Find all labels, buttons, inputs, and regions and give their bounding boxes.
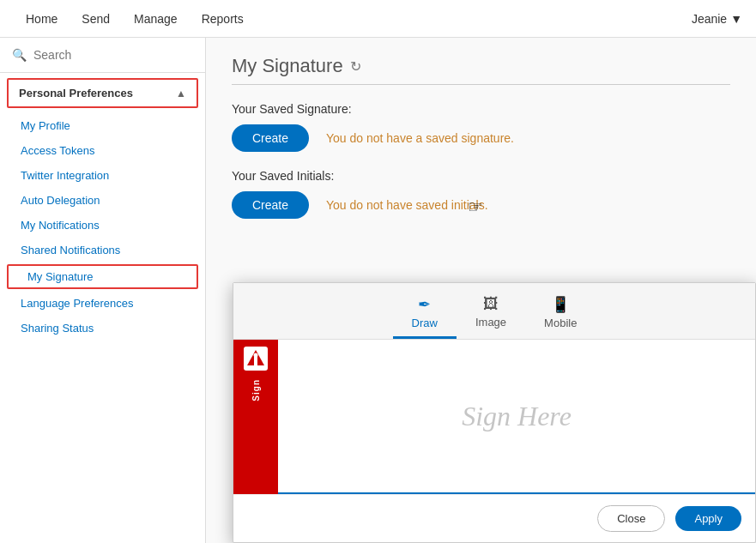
- page-title: My Signature ↻: [232, 55, 730, 77]
- nav-send[interactable]: Send: [70, 0, 122, 38]
- no-initials-text: You do not have saved initials.: [326, 198, 488, 212]
- sidebar-item-my-signature[interactable]: My Signature: [7, 264, 198, 289]
- nav-manage[interactable]: Manage: [122, 0, 190, 38]
- search-icon: 🔍: [12, 48, 27, 62]
- sidebar-item-my-profile[interactable]: My Profile: [0, 113, 205, 138]
- search-input[interactable]: [33, 48, 193, 62]
- user-name: Jeanie: [692, 12, 727, 26]
- sign-banner: Sign: [233, 340, 278, 494]
- banner-arrow-icon: [233, 456, 278, 475]
- tab-draw[interactable]: ✒ Draw: [393, 290, 457, 339]
- apply-button[interactable]: Apply: [675, 506, 741, 531]
- sidebar-item-access-tokens[interactable]: Access Tokens: [0, 138, 205, 163]
- tab-mobile[interactable]: 📱 Mobile: [525, 290, 596, 339]
- saved-signature-label: Your Saved Signature:: [232, 102, 730, 116]
- saved-initials-label: Your Saved Initials:: [232, 169, 730, 183]
- tab-mobile-label: Mobile: [544, 317, 577, 329]
- no-signature-text: You do not have a saved signature.: [326, 131, 514, 145]
- draw-icon: ✒: [418, 295, 431, 314]
- dialog-tabs: ✒ Draw 🖼 Image 📱 Mobile: [233, 283, 755, 340]
- sidebar-item-language-preferences[interactable]: Language Preferences: [0, 291, 205, 316]
- sidebar-item-twitter[interactable]: Twitter Integration: [0, 163, 205, 188]
- content-area: My Signature ↻ Your Saved Signature: Cre…: [206, 38, 756, 543]
- tab-image-label: Image: [475, 316, 506, 329]
- main-layout: 🔍 Personal Preferences ▲ My Profile Acce…: [0, 38, 756, 543]
- acrobat-logo-icon: [244, 347, 268, 376]
- user-chevron-icon: ▼: [730, 12, 742, 26]
- sidebar-item-my-notifications[interactable]: My Notifications: [0, 213, 205, 238]
- sign-area[interactable]: Sign Here: [278, 340, 755, 494]
- dialog-footer: Close Apply: [233, 494, 755, 542]
- mobile-icon: 📱: [551, 295, 570, 314]
- sidebar-item-auto-delegation[interactable]: Auto Delegation: [0, 188, 205, 213]
- sign-banner-text: Sign: [251, 379, 261, 401]
- svg-point-2: [254, 353, 258, 358]
- create-signature-button[interactable]: Create: [232, 124, 309, 152]
- create-initials-button[interactable]: Create: [232, 191, 309, 219]
- tab-draw-label: Draw: [412, 317, 438, 329]
- top-nav: Home Send Manage Reports Jeanie ▼: [0, 0, 756, 38]
- sidebar-item-sharing-status[interactable]: Sharing Status: [0, 316, 205, 341]
- tab-image[interactable]: 🖼 Image: [457, 290, 525, 339]
- nav-reports[interactable]: Reports: [190, 0, 256, 38]
- svg-rect-1: [254, 357, 257, 365]
- title-divider: [232, 84, 730, 85]
- sign-here-text: Sign Here: [462, 401, 572, 432]
- close-button[interactable]: Close: [597, 505, 665, 532]
- initials-row: Create You do not have saved initials.: [232, 191, 730, 219]
- refresh-icon[interactable]: ↻: [350, 58, 361, 75]
- nav-home[interactable]: Home: [14, 0, 70, 38]
- sidebar-item-shared-notifications[interactable]: Shared Notifications: [0, 238, 205, 262]
- sign-banner-content: Sign: [244, 340, 268, 401]
- personal-preferences-section: Personal Preferences ▲: [7, 78, 198, 108]
- signature-row: Create You do not have a saved signature…: [232, 124, 730, 152]
- dialog-body: Sign Sign Here: [233, 340, 755, 494]
- signature-dialog: ✒ Draw 🖼 Image 📱 Mobile: [233, 282, 756, 543]
- section-chevron-icon: ▲: [176, 87, 186, 100]
- section-header[interactable]: Personal Preferences ▲: [9, 80, 197, 106]
- user-menu[interactable]: Jeanie ▼: [692, 12, 742, 26]
- search-box: 🔍: [0, 38, 205, 73]
- section-label: Personal Preferences: [19, 87, 133, 100]
- image-icon: 🖼: [483, 295, 499, 313]
- sidebar: 🔍 Personal Preferences ▲ My Profile Acce…: [0, 38, 206, 543]
